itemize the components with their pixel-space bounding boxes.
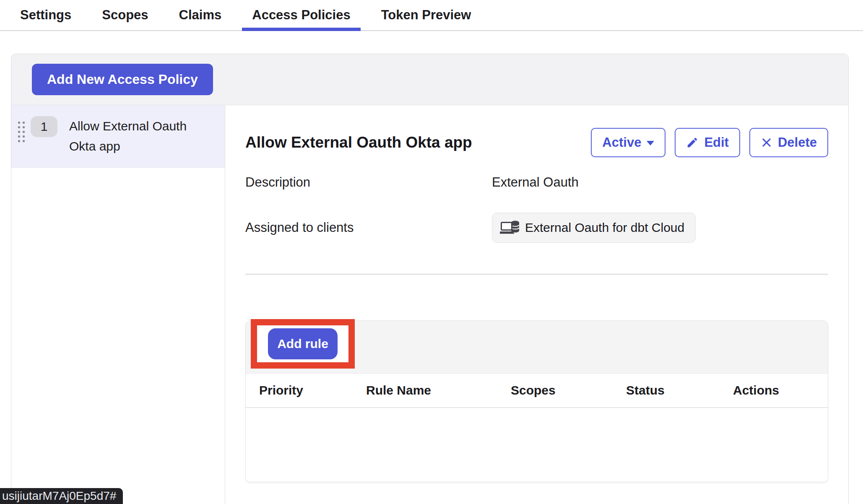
access-policies-panel: Add New Access Policy 1 Allow External O… <box>11 54 849 504</box>
description-value: External Oauth <box>492 175 579 190</box>
rules-card-header: Add rule <box>246 321 828 374</box>
tab-claims[interactable]: Claims <box>169 0 232 30</box>
annotation-highlight-box: Add rule <box>251 319 355 369</box>
panel-header: Add New Access Policy <box>11 54 848 105</box>
tab-token-preview[interactable]: Token Preview <box>371 0 481 30</box>
column-header-actions: Actions <box>733 383 828 397</box>
column-header-status: Status <box>626 383 733 397</box>
policy-detail: Allow External Oauth Okta app Active Edi… <box>225 105 848 504</box>
column-header-rule-name: Rule Name <box>366 383 511 397</box>
edit-button[interactable]: Edit <box>675 128 740 157</box>
client-chip[interactable]: External Oauth for dbt Cloud <box>492 213 696 243</box>
rules-table-empty-body <box>246 408 828 482</box>
assigned-to-clients-label: Assigned to clients <box>245 220 492 235</box>
tab-scopes[interactable]: Scopes <box>92 0 158 30</box>
panel-body: 1 Allow External Oauth Okta app Allow Ex… <box>11 105 848 504</box>
delete-button-label: Delete <box>778 135 817 150</box>
policy-title: Allow External Oauth Okta app <box>245 134 472 151</box>
link-preview-tooltip: usijiutarM7Aj0Ep5d7# <box>0 488 123 504</box>
policy-item-name: Allow External Oauth Okta app <box>69 116 197 156</box>
client-chip-label: External Oauth for dbt Cloud <box>525 221 684 235</box>
close-icon <box>761 137 772 148</box>
drag-handle-icon[interactable] <box>18 122 25 142</box>
pencil-icon <box>686 136 699 149</box>
tab-settings[interactable]: Settings <box>10 0 81 30</box>
active-status-dropdown[interactable]: Active <box>591 128 665 157</box>
delete-button[interactable]: Delete <box>749 128 828 157</box>
section-divider <box>245 274 828 275</box>
tab-bar: Settings Scopes Claims Access Policies T… <box>0 0 863 31</box>
policy-priority-badge: 1 <box>31 116 57 137</box>
active-status-label: Active <box>602 135 641 150</box>
policy-actions: Active Edit Delete <box>591 128 828 157</box>
policy-list-item[interactable]: 1 Allow External Oauth Okta app <box>11 105 225 168</box>
chevron-down-icon <box>647 141 654 145</box>
add-new-access-policy-button[interactable]: Add New Access Policy <box>32 64 213 95</box>
tab-access-policies[interactable]: Access Policies <box>242 0 360 30</box>
add-rule-button[interactable]: Add rule <box>268 328 338 359</box>
description-label: Description <box>245 175 492 190</box>
policy-list: 1 Allow External Oauth Okta app <box>11 105 225 504</box>
client-app-icon <box>500 220 519 236</box>
column-header-scopes: Scopes <box>511 383 626 397</box>
edit-button-label: Edit <box>704 135 729 150</box>
column-header-priority: Priority <box>259 383 366 397</box>
rules-table-header-row: Priority Rule Name Scopes Status Actions <box>246 374 828 408</box>
rules-card: Add rule Priority Rule Name Scopes Statu… <box>245 320 828 482</box>
